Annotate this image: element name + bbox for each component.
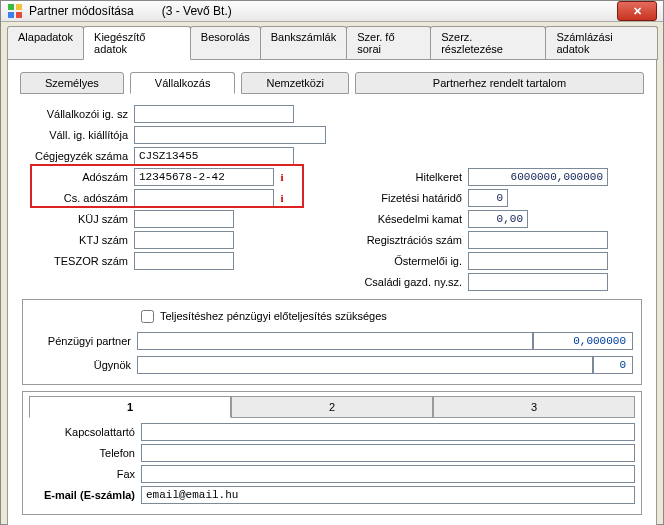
label-vallalkozoi: Vállalkozói ig. sz — [22, 108, 134, 120]
input-ostermelo[interactable] — [468, 252, 608, 270]
label-kapcsolattarto: Kapcsolattartó — [29, 426, 141, 438]
input-csaladi[interactable] — [468, 273, 608, 291]
tab-szamlazasi[interactable]: Számlázási adatok — [545, 26, 658, 60]
input-teszor[interactable] — [134, 252, 234, 270]
label-fax: Fax — [29, 468, 141, 480]
value-partner-rate: 0,000000 — [533, 332, 633, 350]
input-csadoszam[interactable] — [134, 189, 274, 207]
contact-tab-1[interactable]: 1 — [29, 396, 231, 418]
label-email: E-mail (E-számla) — [29, 489, 141, 501]
svg-rect-0 — [8, 4, 14, 10]
input-vallig[interactable] — [134, 126, 326, 144]
app-icon — [7, 3, 23, 19]
window-subtitle: (3 - Vevő Bt.) — [162, 4, 232, 18]
label-ktj: KTJ szám — [22, 234, 134, 246]
label-ugynok: Ügynök — [31, 359, 137, 371]
svg-rect-3 — [16, 12, 22, 18]
input-regszam[interactable] — [468, 231, 608, 249]
tab-kiegeszito[interactable]: Kiegészítő adatok — [83, 26, 191, 60]
subtab-nemzetkozi[interactable]: Nemzetközi — [241, 72, 348, 94]
input-hitelkeret[interactable] — [468, 168, 608, 186]
tab-szerfosorai[interactable]: Szer. fő sorai — [346, 26, 431, 60]
label-vallig: Váll. ig. kiállítója — [22, 129, 134, 141]
input-telefon[interactable] — [141, 444, 635, 462]
label-csaladi: Családi gazd. ny.sz. — [338, 276, 468, 288]
label-kesedelmi: Késedelmi kamat — [338, 213, 468, 225]
input-ugynok[interactable] — [137, 356, 593, 374]
input-fizhatarido[interactable] — [468, 189, 508, 207]
checkbox-teljesiteshez[interactable] — [141, 310, 154, 323]
contact-tab-2[interactable]: 2 — [231, 396, 433, 418]
label-teszor: TESZOR szám — [22, 255, 134, 267]
label-adoszam: Adószám — [22, 171, 134, 183]
subtab-szemelyes[interactable]: Személyes — [20, 72, 124, 94]
window-title: Partner módosítása — [29, 4, 134, 18]
info-icon[interactable]: i — [274, 169, 290, 185]
label-hitelkeret: Hitelkeret — [338, 171, 468, 183]
contact-tab-3[interactable]: 3 — [433, 396, 635, 418]
input-ktj[interactable] — [134, 231, 234, 249]
label-cegjegyzek: Cégjegyzék száma — [22, 150, 134, 162]
value-ugynok: 0 — [593, 356, 633, 374]
close-icon: ✕ — [633, 5, 642, 18]
label-teljesiteshez: Teljesítéshez pénzügyi előteljesítés szü… — [160, 310, 387, 322]
tab-bankszamlak[interactable]: Bankszámlák — [260, 26, 347, 60]
tab-besorolas[interactable]: Besorolás — [190, 26, 261, 60]
subtab-vallalkozas[interactable]: Vállalkozás — [130, 72, 236, 94]
info-icon[interactable]: i — [274, 190, 290, 206]
input-vallalkozoi[interactable] — [134, 105, 294, 123]
input-penzugyipartner[interactable] — [137, 332, 533, 350]
label-regszam: Regisztrációs szám — [338, 234, 468, 246]
input-email[interactable] — [141, 486, 635, 504]
label-csadoszam: Cs. adószám — [22, 192, 134, 204]
close-button[interactable]: ✕ — [617, 1, 657, 21]
label-kuj: KÜJ szám — [22, 213, 134, 225]
label-telefon: Telefon — [29, 447, 141, 459]
label-fizhatarido: Fizetési határidő — [338, 192, 468, 204]
input-kapcsolattarto[interactable] — [141, 423, 635, 441]
input-fax[interactable] — [141, 465, 635, 483]
input-adoszam[interactable] — [134, 168, 274, 186]
input-cegjegyzek[interactable] — [134, 147, 294, 165]
input-kuj[interactable] — [134, 210, 234, 228]
tab-alapadatok[interactable]: Alapadatok — [7, 26, 84, 60]
input-kesedelmi[interactable] — [468, 210, 528, 228]
svg-rect-1 — [16, 4, 22, 10]
label-penzugyipartner: Pénzügyi partner — [31, 335, 137, 347]
label-ostermelo: Őstermelői ig. — [338, 255, 468, 267]
tab-szerreszlet[interactable]: Szerz. részletezése — [430, 26, 546, 60]
svg-rect-2 — [8, 12, 14, 18]
subtab-partnerhez[interactable]: Partnerhez rendelt tartalom — [355, 72, 644, 94]
